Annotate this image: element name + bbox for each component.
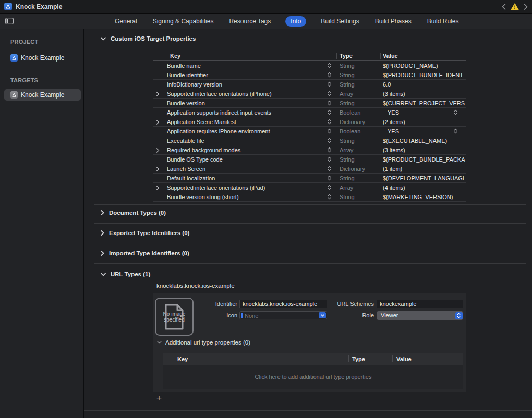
nav-forward-icon[interactable] (524, 4, 528, 10)
column-separator (380, 53, 381, 59)
table-row[interactable]: Required background modesArray(3 items) (153, 145, 466, 155)
sidebar-item-project[interactable]: Knock Example (4, 52, 81, 64)
section-custom-ios-target-properties[interactable]: Custom iOS Target Properties (101, 35, 196, 42)
property-type[interactable]: String (340, 175, 355, 181)
disclosure-icon[interactable] (156, 91, 160, 97)
table-row[interactable]: Supported interface orientations (iPhone… (153, 89, 466, 99)
property-type[interactable]: Array (340, 147, 353, 153)
property-value[interactable]: (3 items) (383, 91, 465, 97)
additional-table-header: Key Type Value (163, 353, 463, 365)
table-row[interactable]: Bundle version string (short)String$(MAR… (153, 192, 466, 202)
key-stepper-icon[interactable] (328, 156, 331, 163)
key-stepper-icon[interactable] (328, 81, 331, 88)
key-stepper-icon[interactable] (328, 91, 331, 97)
property-key: Bundle name (167, 63, 201, 69)
url-schemes-field[interactable]: knockexample (377, 300, 463, 308)
tab-signing-capabilities[interactable]: Signing & Capabilities (152, 16, 215, 27)
property-value[interactable]: 6.0 (383, 81, 465, 88)
property-value[interactable]: (4 items) (383, 185, 465, 191)
table-row[interactable]: Application supports indirect input even… (153, 108, 466, 117)
section-exported-type-identifiers[interactable]: Exported Type Identifiers (0) (101, 230, 189, 236)
property-value[interactable]: (1 item) (383, 166, 465, 172)
tab-build-settings[interactable]: Build Settings (320, 16, 360, 27)
property-value[interactable]: (3 items) (383, 147, 465, 153)
text-cursor (241, 313, 243, 318)
project-navigator-sidebar: PROJECT Knock Example TARGETS Knock Exam… (0, 29, 84, 418)
url-type-image-well[interactable]: No image specified (155, 298, 194, 336)
property-value[interactable]: $(MARKETING_VERSION) (383, 194, 465, 200)
tab-resource-tags[interactable]: Resource Tags (228, 16, 272, 27)
property-type[interactable]: Array (340, 91, 353, 97)
add-url-type-button[interactable]: + (154, 394, 164, 403)
property-type[interactable]: String (340, 156, 355, 163)
table-row[interactable]: InfoDictionary versionString6.0 (153, 80, 466, 89)
property-value[interactable]: $(CURRENT_PROJECT_VERS (383, 100, 465, 106)
key-stepper-icon[interactable] (328, 128, 331, 135)
table-row[interactable]: Bundle versionString$(CURRENT_PROJECT_VE… (153, 99, 466, 108)
additional-properties-header[interactable]: Additional url type properties (0) (157, 339, 250, 346)
icon-combo-box[interactable]: None (239, 311, 327, 319)
property-type[interactable]: Dictionary (340, 119, 365, 125)
properties-table: Key Type Value Bundle nameString$(PRODUC… (153, 52, 466, 202)
property-type[interactable]: String (340, 194, 355, 200)
key-stepper-icon[interactable] (328, 147, 331, 154)
sidebar-toggle-icon[interactable] (5, 18, 14, 26)
key-stepper-icon[interactable] (328, 109, 331, 116)
sidebar-item-target[interactable]: Knock Example (4, 89, 81, 101)
table-row[interactable]: Application Scene ManifestDictionary(2 i… (153, 117, 466, 127)
table-row[interactable]: Application requires iPhone environmentB… (153, 127, 466, 136)
property-value[interactable]: $(DEVELOPMENT_LANGUAGI (383, 175, 465, 181)
table-row[interactable]: Supported interface orientations (iPad)A… (153, 183, 466, 192)
key-stepper-icon[interactable] (328, 185, 331, 191)
table-row[interactable]: Bundle identifierString$(PRODUCT_BUNDLE_… (153, 70, 466, 80)
table-row[interactable]: Launch ScreenDictionary(1 item) (153, 164, 466, 174)
property-type[interactable]: String (340, 81, 355, 88)
warning-icon[interactable] (511, 3, 519, 10)
key-stepper-icon[interactable] (328, 100, 331, 107)
no-image-label: No image specified (160, 311, 188, 323)
property-type[interactable]: Dictionary (340, 166, 365, 172)
table-row[interactable]: Executable fileString$(EXECUTABLE_NAME) (153, 136, 466, 145)
disclosure-icon[interactable] (156, 185, 160, 191)
section-document-types[interactable]: Document Types (0) (101, 210, 166, 216)
key-stepper-icon[interactable] (328, 194, 331, 201)
key-stepper-icon[interactable] (328, 138, 331, 144)
key-stepper-icon[interactable] (328, 72, 331, 79)
property-type[interactable]: Boolean (340, 109, 360, 116)
combo-dropdown-button[interactable] (319, 312, 326, 318)
value-stepper-icon[interactable] (454, 128, 457, 135)
role-popup-button[interactable]: Viewer (377, 311, 463, 320)
property-value[interactable]: $(PRODUCT_BUNDLE_IDENT (383, 72, 465, 78)
table-row[interactable]: Bundle nameString$(PRODUCT_NAME) (153, 61, 466, 70)
tab-general[interactable]: General (114, 16, 138, 27)
table-row[interactable]: Bundle OS Type codeString$(PRODUCT_BUNDL… (153, 155, 466, 164)
property-value[interactable]: $(EXECUTABLE_NAME) (383, 138, 465, 144)
disclosure-icon[interactable] (156, 166, 160, 173)
section-url-types[interactable]: URL Types (1) (101, 271, 150, 277)
property-type[interactable]: Array (340, 185, 353, 191)
nav-back-icon[interactable] (502, 4, 506, 10)
table-row[interactable]: Default localizationString$(DEVELOPMENT_… (153, 174, 466, 183)
property-type[interactable]: Boolean (340, 128, 360, 134)
property-type[interactable]: String (340, 138, 355, 144)
property-type[interactable]: String (340, 72, 355, 78)
identifier-field[interactable]: knocklabs.knock.ios-example (239, 300, 327, 308)
tab-build-phases[interactable]: Build Phases (374, 16, 413, 27)
tab-info[interactable]: Info (285, 16, 306, 27)
property-value[interactable]: $(PRODUCT_BUNDLE_PACKA (383, 156, 465, 163)
section-imported-type-identifiers[interactable]: Imported Type Identifiers (0) (101, 250, 189, 256)
property-type[interactable]: String (340, 100, 355, 106)
disclosure-icon[interactable] (156, 119, 160, 126)
key-stepper-icon[interactable] (328, 119, 331, 126)
key-stepper-icon[interactable] (328, 63, 331, 69)
property-type[interactable]: String (340, 63, 355, 69)
tab-build-rules[interactable]: Build Rules (426, 16, 460, 27)
window-title: Knock Example (16, 3, 62, 10)
add-property-placeholder[interactable]: Click here to add additional url type pr… (163, 365, 463, 389)
key-stepper-icon[interactable] (328, 175, 331, 182)
property-value[interactable]: $(PRODUCT_NAME) (383, 63, 465, 69)
key-stepper-icon[interactable] (328, 166, 331, 173)
property-value[interactable]: (2 items) (383, 119, 465, 125)
disclosure-icon[interactable] (156, 147, 160, 154)
value-stepper-icon[interactable] (454, 109, 457, 116)
